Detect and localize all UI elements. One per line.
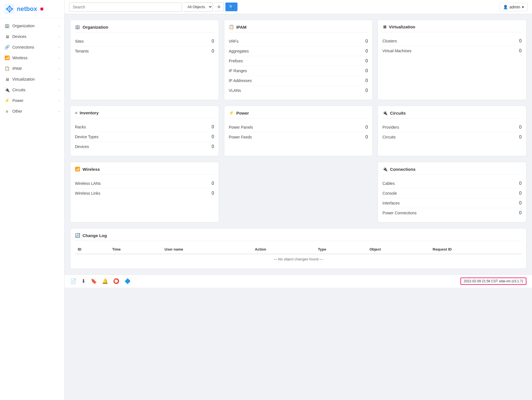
user-chevron-icon: ▾ [522,5,524,9]
dashboard: 🏢 Organization Sites 0 Tenants 0 [65,14,532,274]
wireless-lans-row[interactable]: Wireless LANs 0 [75,179,214,188]
connections-card-title: 🔌 Connections [382,167,522,175]
other-nav-icon: ≡ [4,109,10,114]
footer-info: 2022-02-09 21:56 CST xdai-vm (v3.1.7) [460,278,526,285]
no-changes-row: — No object changes found — [75,254,522,264]
sidebar-item-virtualization[interactable]: 🖥 Virtualization › [0,74,64,85]
inventory-card-label: Inventory [80,110,99,115]
sidebar-item-ipam[interactable]: 📋 IPAM › [0,63,64,74]
sidebar-item-other[interactable]: ≡ Other › [0,106,64,117]
logo-text: netbox [17,5,37,13]
power-card-icon: ⚡ [229,110,234,115]
virtualization-nav-chevron-icon: › [59,78,60,81]
ipam-card-icon: 📋 [229,24,234,29]
wireless-links-row[interactable]: Wireless Links 0 [75,188,214,198]
footer-slack-icon[interactable]: 🔷 [124,278,131,284]
footer-timestamp: 2022-02-09 21:56 CST [464,279,498,283]
col-action: Action [252,245,315,254]
conn-console-row[interactable]: Console 0 [382,188,522,198]
ipam-vlans-row[interactable]: VLANs 0 [229,86,368,95]
inv-devicetypes-row[interactable]: Device Types 0 [75,132,214,142]
ipam-card-label: IPAM [236,25,246,29]
search-dropdown[interactable]: All Objects [184,2,213,12]
sidebar-item-devices[interactable]: 🖥 Devices › [0,31,64,42]
footer-bell-icon[interactable]: 🔔 [102,278,108,284]
sidebar-item-connections[interactable]: 🔗 Connections › [0,42,64,53]
circuits-card-label: Circuits [390,111,406,115]
footer-hostname: xdai-vm (v3.1.7) [499,279,523,283]
inv-racks-label: Racks [75,125,86,129]
nav-item-left-circuits: 🔌 Circuits [4,87,26,92]
circuits-circuits-row[interactable]: Circuits 0 [382,132,522,142]
org-sites-label: Sites [75,39,84,44]
organization-nav-icon: 🏢 [4,23,10,28]
col-type: Type [315,245,367,254]
conn-power-row[interactable]: Power Connections 0 [382,208,522,218]
org-sites-value: 0 [212,39,214,44]
change-log-thead: ID Time User name Action Type Object Req… [75,245,522,254]
user-label: admin [510,5,520,9]
inventory-card-icon: ≡ [75,110,77,115]
footer: 📄 ⬇ 🔖 🔔 ⭕ 🔷 2022-02-09 21:56 CST xdai-vm… [65,274,532,288]
inv-devices-row[interactable]: Devices 0 [75,142,214,151]
search-input[interactable] [69,3,182,12]
virt-vms-row[interactable]: Virtual Machines 0 [382,46,522,56]
inv-racks-value: 0 [212,124,214,129]
ipam-vlans-value: 0 [365,88,368,93]
org-tenants-value: 0 [212,49,214,54]
virtualization-nav-icon: 🖥 [4,77,10,82]
search-icon: 🔍 [229,5,234,9]
footer-github-icon[interactable]: ⭕ [113,278,119,284]
conn-interfaces-row[interactable]: Interfaces 0 [382,198,522,208]
user-icon: 👤 [503,5,508,9]
wireless-nav-chevron-icon: › [59,56,60,60]
footer-bookmark-icon[interactable]: 🔖 [91,278,97,284]
ipam-ipranges-row[interactable]: IP Ranges 0 [229,66,368,76]
power-panels-row[interactable]: Power Panels 0 [229,122,368,132]
sidebar-item-power[interactable]: ⚡ Power › [0,95,64,106]
org-tenants-row[interactable]: Tenants 0 [75,46,214,56]
virtualization-card-icon: 🖥 [382,24,387,29]
sidebar-item-organization[interactable]: 🏢 Organization › [0,21,64,31]
conn-cables-row[interactable]: Cables 0 [382,179,522,188]
connections-nav-chevron-icon: › [59,46,60,49]
footer-download-icon[interactable]: ⬇ [81,278,86,284]
circuits-card-icon: 🔌 [382,110,388,115]
conn-interfaces-label: Interfaces [382,201,399,205]
nav-item-left-organization: 🏢 Organization [4,23,35,28]
power-feeds-label: Power Feeds [229,135,252,139]
conn-power-value: 0 [519,210,522,215]
sidebar: netbox 🏢 Organization › 🖥 Devices › 🔗 Co… [0,0,65,400]
no-changes-text: — No object changes found — [75,254,522,264]
circuits-nav-icon: 🔌 [4,87,10,92]
inventory-card: ≡ Inventory Racks 0 Device Types 0 Devic… [70,106,219,156]
change-log-card: 🔄 Change Log ID Time User name Action Ty… [70,228,526,269]
inv-devicetypes-label: Device Types [75,135,99,139]
power-feeds-row[interactable]: Power Feeds 0 [229,132,368,142]
user-menu[interactable]: 👤 admin ▾ [499,3,528,11]
ipam-ipaddresses-row[interactable]: IP Addresses 0 [229,76,368,86]
connections-nav-label: Connections [12,45,34,49]
nav-item-left-connections: 🔗 Connections [4,45,34,50]
ipam-prefixes-row[interactable]: Prefixes 0 [229,56,368,66]
search-button[interactable]: 🔍 [225,3,238,11]
ipam-aggregates-row[interactable]: Aggregates 0 [229,46,368,56]
sidebar-nav: 🏢 Organization › 🖥 Devices › 🔗 Connectio… [0,18,64,400]
inv-racks-row[interactable]: Racks 0 [75,122,214,132]
wireless-card: 📶 Wireless Wireless LANs 0 Wireless Link… [70,162,219,222]
footer-docs-icon[interactable]: 📄 [70,278,76,284]
footer-icons: 📄 ⬇ 🔖 🔔 ⭕ 🔷 [70,278,131,284]
ipam-vrfs-value: 0 [365,39,368,44]
ipam-vrfs-row[interactable]: VRFs 0 [229,37,368,46]
connections-nav-icon: 🔗 [4,45,10,50]
power-card-label: Power [236,111,249,115]
inv-devices-label: Devices [75,144,89,149]
virt-clusters-row[interactable]: Clusters 0 [382,36,522,46]
sidebar-item-wireless[interactable]: 📶 Wireless › [0,53,64,63]
change-log-title: 🔄 Change Log [75,233,522,241]
filter-button[interactable]: ⚙ [214,3,224,11]
org-sites-row[interactable]: Sites 0 [75,37,214,46]
circuits-providers-row[interactable]: Providers 0 [382,122,522,132]
power-panels-label: Power Panels [229,125,253,129]
sidebar-item-circuits[interactable]: 🔌 Circuits › [0,85,64,95]
